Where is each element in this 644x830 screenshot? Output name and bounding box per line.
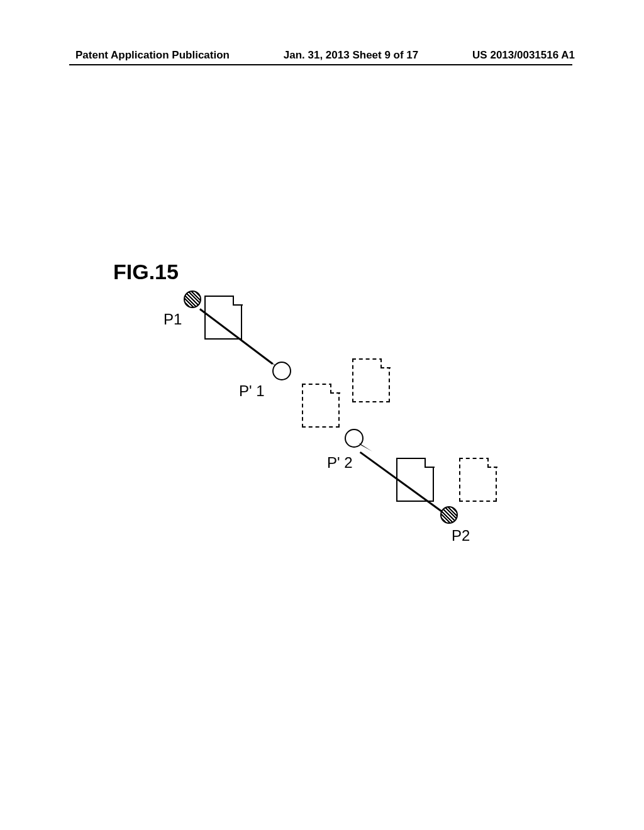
document-fold xyxy=(425,458,435,468)
arrowhead-icon xyxy=(358,440,372,454)
svg-marker-1 xyxy=(358,443,372,454)
label-p1: P1 xyxy=(164,311,182,328)
document-fold xyxy=(380,358,391,368)
document-fold xyxy=(233,296,243,306)
point-p1prime-circle xyxy=(272,362,291,380)
document-icon-solid-bottom xyxy=(396,458,434,502)
header-date-sheet: Jan. 31, 2013 Sheet 9 of 17 xyxy=(284,49,419,62)
document-icon-dashed-center-right xyxy=(352,358,390,402)
header-patent-number: US 2013/0031516 A1 xyxy=(472,49,575,62)
document-icon-dashed-right xyxy=(459,458,497,502)
document-fold xyxy=(330,384,340,394)
figure-label: FIG.15 xyxy=(113,260,179,284)
label-p1prime: P' 1 xyxy=(239,382,265,400)
header-publication: Patent Application Publication xyxy=(75,49,230,62)
point-p1-circle xyxy=(184,290,201,308)
diagram-fig15: P1 P' 1 P' 2 P2 xyxy=(145,289,522,566)
document-fold xyxy=(487,458,497,468)
label-p2prime: P' 2 xyxy=(327,454,353,472)
document-icon-dashed-center-left xyxy=(302,384,340,428)
header-rule xyxy=(69,64,572,65)
page-header: Patent Application Publication Jan. 31, … xyxy=(0,49,644,62)
label-p2: P2 xyxy=(452,527,470,545)
point-p2-circle xyxy=(440,506,458,524)
